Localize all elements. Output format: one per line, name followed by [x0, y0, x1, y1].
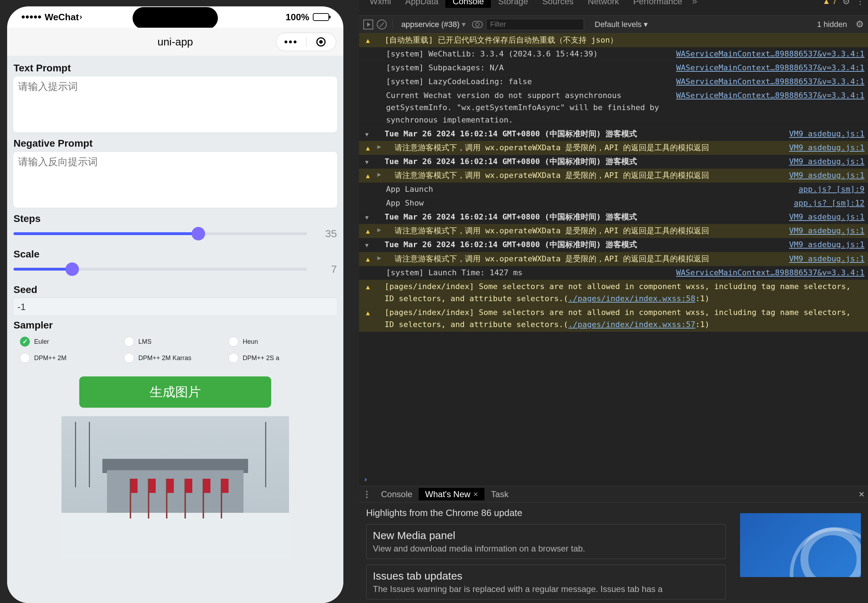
- source-link[interactable]: app.js? [sm]:12: [794, 197, 865, 209]
- console-row[interactable]: ▶请注意游客模式下，调用 wx.operateWXData 是受限的，API 的…: [359, 224, 868, 238]
- console-row[interactable]: [system] Launch Time: 1427 msWAServiceMa…: [359, 266, 868, 280]
- source-link[interactable]: app.js? [sm]:9: [799, 183, 865, 195]
- devtools-tab[interactable]: Sources: [535, 0, 581, 8]
- expand-icon[interactable]: ▶: [374, 169, 384, 179]
- source-link[interactable]: WAServiceMainContext…898886537&v=3.3.4:1: [676, 76, 865, 88]
- console-row[interactable]: [pages/index/index] Some selectors are n…: [359, 280, 868, 306]
- expand-icon[interactable]: ▶: [374, 225, 384, 235]
- chevron-down-icon[interactable]: [365, 211, 371, 223]
- whatsnew-card[interactable]: New Media panelView and download media i…: [366, 524, 726, 559]
- text-prompt-input[interactable]: [13, 76, 338, 133]
- console-prompt[interactable]: [359, 473, 868, 486]
- chevron-down-icon[interactable]: [365, 128, 371, 140]
- toggle-console-icon[interactable]: [363, 20, 373, 29]
- radio-icon[interactable]: [20, 337, 30, 346]
- seed-input[interactable]: [13, 298, 338, 316]
- drawer-thumbnail: [740, 513, 861, 577]
- drawer-tab[interactable]: Task: [485, 488, 515, 500]
- chevron-down-icon[interactable]: [365, 239, 371, 251]
- console-row[interactable]: [system] WeChatLib: 3.3.4 (2024.3.6 15:4…: [359, 47, 868, 61]
- warning-icon: [366, 306, 370, 319]
- source-link[interactable]: VM9 asdebug.js:1: [789, 156, 865, 168]
- console-row[interactable]: ▶请注意游客模式下，调用 wx.operateWXData 是受限的，API 的…: [359, 252, 868, 266]
- source-link[interactable]: VM9 asdebug.js:1: [789, 169, 865, 181]
- negative-prompt-input[interactable]: [13, 151, 338, 208]
- source-link[interactable]: WAServiceMainContext…898886537&v=3.3.4:1: [676, 48, 865, 60]
- devtools-tab[interactable]: Wxml: [363, 0, 398, 8]
- sampler-label: Euler: [34, 338, 49, 346]
- label-text-prompt: Text Prompt: [7, 59, 343, 76]
- sampler-option[interactable]: LMS: [124, 337, 226, 346]
- radio-icon[interactable]: [229, 353, 239, 363]
- generate-button[interactable]: 生成图片: [79, 376, 271, 408]
- source-link[interactable]: WAServiceMainContext…898886537&v=3.3.4:1: [676, 267, 865, 279]
- sampler-option[interactable]: Heun: [229, 337, 330, 346]
- log-levels-selector[interactable]: Default levels ▾: [595, 20, 648, 29]
- source-link[interactable]: ./pages/index/index.wxss:58: [568, 294, 696, 303]
- console-row[interactable]: App Launchapp.js? [sm]:9: [359, 182, 868, 196]
- source-link[interactable]: VM9 asdebug.js:1: [789, 239, 865, 251]
- chevron-down-icon[interactable]: [365, 156, 371, 168]
- drawer-more-icon[interactable]: ⋮: [363, 489, 371, 499]
- console-row[interactable]: ▶请注意游客模式下，调用 wx.operateWXData 是受限的，API 的…: [359, 141, 868, 155]
- sampler-label: DPM++ 2M Karras: [138, 354, 191, 362]
- console-row[interactable]: [自动热重载] 已开启代码文件保存后自动热重载（不支持 json）: [359, 33, 868, 47]
- expand-icon[interactable]: ▶: [374, 253, 384, 263]
- devtools-tab[interactable]: Network: [581, 0, 626, 8]
- drawer-tab[interactable]: What's New×: [419, 488, 485, 500]
- gear-icon[interactable]: ⚙: [842, 0, 850, 6]
- console-row[interactable]: Current Wechat version do not support as…: [359, 89, 868, 127]
- warning-count[interactable]: ▲ 7: [823, 0, 837, 6]
- source-link[interactable]: VM9 asdebug.js:1: [789, 225, 865, 237]
- whatsnew-card[interactable]: Issues tab updatesThe Issues warning bar…: [366, 564, 726, 600]
- drawer-tab[interactable]: Console: [375, 488, 419, 500]
- console-row[interactable]: Tue Mar 26 2024 16:02:14 GMT+0800 (中国标准时…: [359, 155, 868, 169]
- console-row[interactable]: Tue Mar 26 2024 16:02:14 GMT+0800 (中国标准时…: [359, 238, 868, 252]
- close-icon[interactable]: [316, 37, 326, 46]
- console-row[interactable]: App Showapp.js? [sm]:12: [359, 196, 868, 210]
- source-link[interactable]: WAServiceMainContext…898886537&v=3.3.4:1: [676, 90, 865, 102]
- source-link[interactable]: WAServiceMainContext…898886537&v=3.3.4:1: [676, 62, 865, 74]
- radio-icon[interactable]: [229, 337, 239, 346]
- clear-console-icon[interactable]: [377, 20, 387, 29]
- card-subtitle: View and download media information on a…: [373, 544, 719, 554]
- console-row[interactable]: ▶请注意游客模式下，调用 wx.operateWXData 是受限的，API 的…: [359, 169, 868, 182]
- devtools-tab[interactable]: Console: [445, 0, 491, 8]
- sampler-option[interactable]: DPM++ 2S a: [229, 353, 330, 363]
- devtools-tab[interactable]: Performance: [626, 0, 689, 8]
- console-row[interactable]: [system] LazyCodeLoading: falseWAService…: [359, 75, 868, 89]
- expand-icon[interactable]: ▶: [374, 142, 384, 152]
- kebab-icon[interactable]: ⋮: [856, 0, 865, 6]
- source-link[interactable]: VM9 asdebug.js:1: [789, 142, 865, 154]
- sampler-option[interactable]: Euler: [20, 337, 122, 346]
- console-row[interactable]: Tue Mar 26 2024 16:02:14 GMT+0800 (中国标准时…: [359, 210, 868, 224]
- filter-input[interactable]: [486, 19, 584, 30]
- context-selector[interactable]: appservice (#38): [398, 19, 468, 30]
- console-row[interactable]: [pages/index/index] Some selectors are n…: [359, 306, 868, 332]
- hidden-count[interactable]: 1 hidden: [817, 20, 847, 29]
- devtools-tab[interactable]: Storage: [491, 0, 535, 8]
- scale-slider[interactable]: [14, 262, 307, 276]
- source-link[interactable]: VM9 asdebug.js:1: [789, 128, 865, 140]
- more-icon[interactable]: •••: [284, 36, 298, 48]
- radio-icon[interactable]: [20, 353, 30, 363]
- tab-close-icon[interactable]: ×: [473, 489, 478, 499]
- console-row[interactable]: [system] Subpackages: N/AWAServiceMainCo…: [359, 61, 868, 75]
- wechat-capsule[interactable]: •••: [276, 32, 336, 51]
- sampler-option[interactable]: DPM++ 2M: [20, 353, 122, 363]
- tabs-overflow-icon[interactable]: »: [692, 0, 697, 7]
- drawer-close-icon[interactable]: ×: [859, 489, 865, 500]
- radio-icon[interactable]: [124, 353, 134, 363]
- console-log[interactable]: [自动热重载] 已开启代码文件保存后自动热重载（不支持 json）[system…: [359, 33, 868, 473]
- console-row[interactable]: Tue Mar 26 2024 16:02:14 GMT+0800 (中国标准时…: [359, 127, 868, 141]
- source-link[interactable]: ./pages/index/index.wxss:57: [568, 320, 696, 329]
- console-settings-icon[interactable]: ⚙: [856, 19, 864, 30]
- devtools-tab[interactable]: AppData: [398, 0, 445, 8]
- sampler-option[interactable]: DPM++ 2M Karras: [124, 353, 226, 363]
- simulator-frame: ••••• WeChat › 100% uni-app ••• Text Pro…: [7, 6, 343, 603]
- steps-slider[interactable]: [14, 227, 307, 241]
- source-link[interactable]: VM9 asdebug.js:1: [789, 211, 865, 223]
- radio-icon[interactable]: [124, 337, 134, 346]
- live-expression-icon[interactable]: [472, 21, 483, 28]
- source-link[interactable]: VM9 asdebug.js:1: [789, 253, 865, 265]
